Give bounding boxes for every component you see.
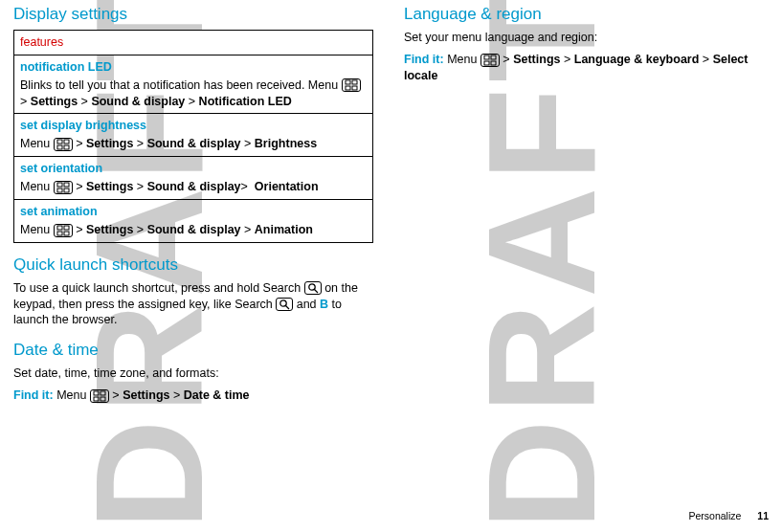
path: Settings bbox=[123, 388, 169, 402]
sep: > bbox=[137, 223, 144, 236]
sep: > bbox=[112, 388, 119, 402]
path: Sound & display bbox=[147, 137, 241, 150]
svg-point-18 bbox=[280, 300, 286, 306]
footer-section: Personalize bbox=[689, 510, 742, 521]
path: Brightness bbox=[255, 137, 317, 150]
path: Settings bbox=[31, 95, 78, 108]
feat-title: set display brightness bbox=[20, 118, 367, 136]
svg-rect-13 bbox=[64, 226, 69, 230]
sep: > bbox=[81, 95, 88, 108]
svg-rect-5 bbox=[64, 140, 69, 144]
sep: > bbox=[189, 95, 195, 108]
search-icon bbox=[304, 281, 322, 295]
features-table: features notification LED Blinks to tell… bbox=[13, 30, 373, 243]
sep: > bbox=[244, 137, 251, 150]
menu-icon bbox=[342, 78, 361, 92]
feat-text: Blinks to tell you that a notification h… bbox=[20, 78, 342, 92]
sep: > bbox=[20, 95, 27, 108]
menu-icon bbox=[54, 224, 73, 237]
path: Animation bbox=[255, 223, 313, 236]
svg-rect-14 bbox=[57, 232, 62, 235]
sep: > bbox=[137, 137, 144, 150]
row-notification-led: notification LED Blinks to tell you that… bbox=[14, 55, 373, 114]
path: Orientation bbox=[251, 180, 318, 193]
heading-display-settings: Display settings bbox=[13, 4, 373, 26]
menu-icon bbox=[54, 181, 73, 194]
svg-rect-7 bbox=[64, 145, 69, 149]
menu-icon bbox=[54, 138, 73, 151]
path: Settings bbox=[86, 180, 133, 193]
svg-rect-26 bbox=[484, 61, 489, 65]
svg-rect-8 bbox=[57, 183, 62, 187]
row-orientation: set orientation Menu > Settings > Sound … bbox=[14, 157, 373, 200]
svg-rect-0 bbox=[346, 80, 350, 84]
datetime-findit: Find it: Menu > Settings > Date & time bbox=[13, 388, 373, 404]
feat-text: Menu bbox=[20, 180, 54, 193]
svg-rect-3 bbox=[352, 86, 357, 90]
sep: > bbox=[76, 137, 82, 150]
svg-rect-22 bbox=[94, 397, 99, 401]
row-animation: set animation Menu > Settings > Sound & … bbox=[14, 199, 373, 242]
sep: > bbox=[173, 388, 180, 402]
svg-rect-10 bbox=[57, 188, 62, 192]
left-column: Display settings features notification L… bbox=[13, 4, 373, 532]
page-footer: Personalize 11 bbox=[689, 509, 769, 522]
svg-rect-20 bbox=[94, 391, 99, 395]
datetime-text: Set date, time, time zone, and formats: bbox=[13, 366, 373, 382]
menu-icon bbox=[480, 54, 500, 67]
sep: > bbox=[244, 223, 251, 236]
svg-rect-2 bbox=[346, 86, 350, 90]
heading-date-time: Date & time bbox=[13, 340, 373, 362]
svg-rect-1 bbox=[352, 80, 357, 84]
menu-icon bbox=[90, 389, 109, 403]
feat-text: Menu bbox=[20, 223, 54, 236]
quick-launch-text: To use a quick launch shortcut, press an… bbox=[13, 280, 373, 329]
lang-text: Set your menu language and region: bbox=[404, 30, 764, 46]
svg-line-17 bbox=[314, 290, 318, 294]
path: Notification LED bbox=[199, 95, 292, 108]
lang-findit: Find it: Menu > Settings > Language & ke… bbox=[404, 52, 764, 84]
sep: > bbox=[241, 180, 248, 193]
path: Language & keyboard bbox=[574, 53, 700, 66]
svg-line-19 bbox=[286, 306, 290, 310]
svg-point-16 bbox=[308, 284, 314, 290]
svg-rect-21 bbox=[101, 391, 105, 395]
right-column: Language & region Set your menu language… bbox=[404, 4, 764, 532]
row-brightness: set display brightness Menu > Settings >… bbox=[14, 114, 373, 157]
sep: > bbox=[703, 53, 709, 66]
features-header: features bbox=[14, 30, 373, 55]
feat-title: set animation bbox=[20, 204, 367, 222]
svg-rect-4 bbox=[57, 140, 62, 144]
path: Settings bbox=[513, 53, 560, 66]
path: Settings bbox=[86, 223, 133, 236]
feat-title: set orientation bbox=[20, 161, 367, 179]
page-content: Display settings features notification L… bbox=[0, 0, 782, 532]
svg-rect-25 bbox=[491, 55, 496, 59]
feat-text: Menu bbox=[20, 137, 54, 150]
sep: > bbox=[76, 180, 82, 193]
key-b: B bbox=[320, 298, 328, 311]
svg-rect-24 bbox=[484, 55, 489, 59]
search-icon bbox=[276, 298, 293, 311]
sep: > bbox=[137, 180, 144, 193]
path: Sound & display bbox=[147, 223, 241, 236]
feat-title: notification LED bbox=[20, 59, 367, 78]
svg-rect-15 bbox=[64, 232, 69, 235]
sep: > bbox=[76, 223, 82, 236]
path: Settings bbox=[86, 137, 133, 150]
sep: > bbox=[564, 53, 570, 66]
sep: > bbox=[503, 53, 509, 66]
svg-rect-23 bbox=[101, 397, 105, 401]
heading-quick-launch: Quick launch shortcuts bbox=[13, 255, 373, 277]
svg-rect-9 bbox=[64, 183, 69, 187]
svg-rect-27 bbox=[491, 61, 496, 65]
svg-rect-6 bbox=[57, 145, 62, 149]
path: Sound & display bbox=[147, 180, 241, 193]
path: Date & time bbox=[184, 388, 250, 402]
heading-language-region: Language & region bbox=[404, 4, 764, 26]
svg-rect-11 bbox=[64, 188, 69, 192]
svg-rect-12 bbox=[57, 226, 62, 230]
page-number: 11 bbox=[757, 510, 769, 521]
path: Sound & display bbox=[91, 95, 185, 108]
